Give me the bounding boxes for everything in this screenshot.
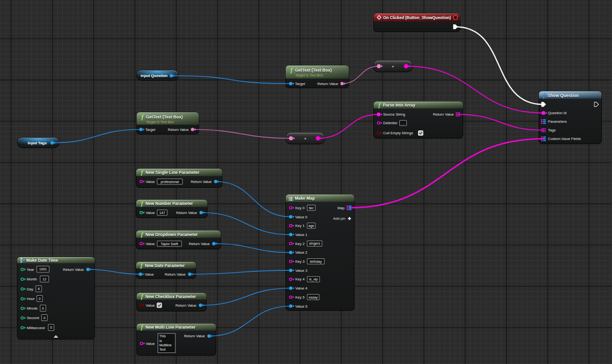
svg-text:Make Date Time: Make Date Time xyxy=(26,258,58,263)
svg-text:Value 4: Value 4 xyxy=(295,286,307,290)
svg-text:New Single Line Parameter: New Single Line Parameter xyxy=(146,170,200,175)
svg-text:Day: Day xyxy=(27,287,33,291)
svg-text:Millisecond: Millisecond xyxy=(27,326,45,330)
svg-text:GetText (Text Box): GetText (Text Box) xyxy=(295,68,332,73)
svg-text:Text: Text xyxy=(160,348,166,351)
svg-text:Target: Target xyxy=(295,82,306,86)
svg-text:Custom Issue Fields: Custom Issue Fields xyxy=(548,137,581,141)
svg-text:Return Value: Return Value xyxy=(184,334,205,338)
svg-text:Value 5: Value 5 xyxy=(295,304,307,309)
svg-text:Input Question: Input Question xyxy=(140,74,168,78)
svg-text:Value 2: Value 2 xyxy=(295,250,307,255)
svg-text:Second: Second xyxy=(27,316,39,320)
svg-text:Target is Text Box: Target is Text Box xyxy=(295,73,323,77)
svg-text:Key 2: Key 2 xyxy=(295,242,304,246)
svg-text:Return Value: Return Value xyxy=(189,242,210,246)
svg-text:Value 1: Value 1 xyxy=(295,233,307,237)
svg-text:New Multi Line Parameter: New Multi Line Parameter xyxy=(146,325,196,330)
svg-text:12: 12 xyxy=(43,278,46,281)
svg-text:New Checkbox Parameter: New Checkbox Parameter xyxy=(146,294,196,299)
svg-text:essay: essay xyxy=(309,296,318,300)
svg-text:0: 0 xyxy=(43,316,45,320)
svg-text:Return Value: Return Value xyxy=(168,128,189,132)
svg-text:Key 4: Key 4 xyxy=(295,277,304,281)
svg-text:Make Map: Make Map xyxy=(295,196,315,201)
svg-text:Key 3: Key 3 xyxy=(295,259,304,264)
svg-text:Value: Value xyxy=(146,211,155,215)
svg-text:0: 0 xyxy=(39,297,41,301)
svg-text:Cull Empty Strings: Cull Empty Strings xyxy=(383,131,413,135)
svg-text:Minute: Minute xyxy=(27,306,38,310)
svg-text:Key 5: Key 5 xyxy=(295,295,304,300)
svg-text:Return Value: Return Value xyxy=(176,211,197,215)
svg-text:Value: Value xyxy=(146,303,155,308)
svg-text:Is: Is xyxy=(160,339,162,343)
svg-text:Add pin: Add pin xyxy=(333,216,345,221)
svg-text:,: , xyxy=(403,121,404,125)
svg-text:Tags: Tags xyxy=(548,128,556,132)
svg-text:is_vip: is_vip xyxy=(309,278,318,281)
svg-text:Return Value: Return Value xyxy=(191,180,212,184)
svg-text:Delimiter: Delimiter xyxy=(383,121,397,125)
svg-text:This: This xyxy=(160,334,166,338)
svg-text:Value 3: Value 3 xyxy=(295,268,307,273)
svg-text:Source String: Source String xyxy=(383,112,405,117)
svg-text:singers: singers xyxy=(309,242,320,246)
svg-text:147: 147 xyxy=(160,211,165,215)
svg-text:Parameters: Parameters xyxy=(548,119,567,124)
svg-text:Value: Value xyxy=(146,242,155,246)
svg-text:New Number Parameter: New Number Parameter xyxy=(146,201,193,206)
svg-text:Multiline: Multiline xyxy=(160,343,172,347)
svg-text:Return Value: Return Value xyxy=(63,268,84,272)
svg-text:Target: Target xyxy=(145,128,156,132)
svg-text:Return Value: Return Value xyxy=(317,82,338,86)
svg-text:Return Value: Return Value xyxy=(175,303,196,308)
svg-text:New Dropdown Parameter: New Dropdown Parameter xyxy=(146,232,198,237)
svg-text:Map: Map xyxy=(337,206,344,210)
svg-text:Value 0: Value 0 xyxy=(295,215,307,219)
svg-text:Value: Value xyxy=(146,342,155,346)
svg-text:8: 8 xyxy=(38,287,40,291)
svg-text:Value: Value xyxy=(146,180,155,184)
svg-text:professional: professional xyxy=(161,180,179,184)
svg-text:Parse Into Array: Parse Into Array xyxy=(383,103,416,107)
svg-text:Taylor Swift: Taylor Swift xyxy=(161,242,178,246)
svg-text:Year: Year xyxy=(27,268,34,272)
svg-text:Key 1: Key 1 xyxy=(295,224,304,228)
svg-text:Question Id: Question Id xyxy=(548,111,567,115)
svg-text:Return Value: Return Value xyxy=(433,112,454,117)
svg-text:0: 0 xyxy=(50,326,52,330)
svg-text:age: age xyxy=(309,224,314,228)
svg-text:birthday: birthday xyxy=(310,260,322,264)
svg-text:Return Value: Return Value xyxy=(165,272,186,277)
svg-text:New Date Parameter: New Date Parameter xyxy=(145,263,185,268)
svg-text:Month: Month xyxy=(27,277,37,281)
svg-text:On Clicked (Button_ShowQuestio: On Clicked (Button_ShowQuestion) xyxy=(383,15,451,20)
svg-text:Value: Value xyxy=(145,272,154,277)
svg-text:Input Tags: Input Tags xyxy=(28,141,47,145)
svg-text:Show Question: Show Question xyxy=(548,93,579,98)
svg-text:tier: tier xyxy=(309,206,314,210)
svg-text:Hour: Hour xyxy=(27,297,35,301)
svg-text:GetText (Text Box): GetText (Text Box) xyxy=(146,115,183,119)
svg-text:Key 0: Key 0 xyxy=(295,206,304,210)
svg-text:Target is Text Box: Target is Text Box xyxy=(146,120,174,124)
svg-text:0: 0 xyxy=(42,307,44,310)
svg-text:1991: 1991 xyxy=(39,268,47,271)
